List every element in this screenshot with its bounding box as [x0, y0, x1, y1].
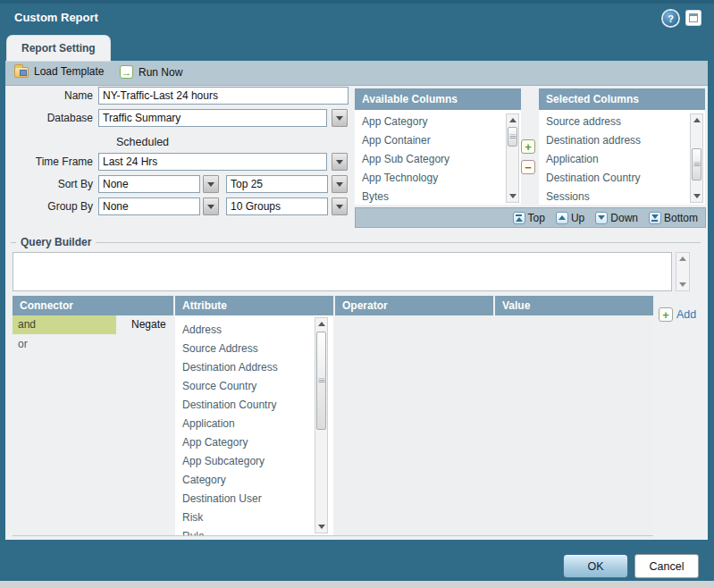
name-input[interactable]	[98, 87, 349, 105]
value-cell[interactable]	[495, 315, 653, 535]
sort-by-label: Sort By	[5, 175, 93, 193]
available-column-item[interactable]: App Technology	[355, 169, 521, 188]
window-glyph	[689, 13, 698, 22]
ok-button[interactable]: OK	[563, 554, 628, 578]
cancel-button[interactable]: Cancel	[634, 554, 699, 578]
selected-column-item[interactable]: Sessions	[539, 188, 705, 206]
move-up-button[interactable]: Up	[556, 212, 584, 224]
database-label: Database	[5, 109, 93, 127]
scroll-up-icon[interactable]	[676, 253, 689, 265]
toolbar: Load Template → Run Now	[5, 61, 708, 86]
group-by-limit-select[interactable]	[226, 197, 328, 215]
move-top-label: Top	[528, 212, 545, 224]
attribute-item[interactable]: Category	[175, 471, 312, 490]
attribute-item[interactable]: Destination Address	[175, 358, 312, 377]
attribute-item[interactable]: Source Country	[175, 377, 312, 396]
run-now-label: Run Now	[139, 66, 182, 79]
scroll-up-icon[interactable]	[507, 114, 518, 126]
page-background-strip	[0, 581, 714, 588]
selected-column-item[interactable]: Destination Country	[539, 169, 705, 188]
run-arrow-icon: →	[120, 65, 133, 79]
load-template-button[interactable]: Load Template	[14, 65, 105, 78]
attribute-item[interactable]: App Category	[175, 433, 312, 452]
connector-column-header: Connector	[13, 296, 173, 315]
attribute-scrollbar[interactable]	[315, 317, 328, 533]
group-by-label: Group By	[5, 197, 93, 215]
move-down-icon	[595, 212, 608, 224]
group-by-select[interactable]	[98, 197, 200, 215]
scrollbar-thumb[interactable]	[508, 127, 517, 147]
name-label: Name	[5, 87, 93, 105]
move-bottom-button[interactable]: Bottom	[649, 212, 698, 224]
available-columns-scrollbar[interactable]	[506, 113, 519, 203]
load-template-label: Load Template	[34, 65, 105, 78]
time-frame-select[interactable]	[98, 153, 327, 171]
selected-columns-scrollbar[interactable]	[690, 113, 703, 203]
sort-by-limit-select[interactable]	[226, 175, 328, 193]
plus-icon: +	[659, 307, 673, 322]
move-down-button[interactable]: Down	[595, 212, 638, 224]
query-scrollbar[interactable]	[676, 252, 690, 291]
scroll-up-icon[interactable]	[315, 318, 327, 330]
window-icon[interactable]	[686, 11, 701, 25]
scrollbar-thumb[interactable]	[316, 332, 326, 430]
move-bottom-icon	[649, 212, 661, 224]
attribute-item[interactable]: Rule	[175, 527, 312, 535]
attribute-item[interactable]: App Subcategory	[175, 452, 312, 471]
remove-column-button[interactable]: −	[521, 160, 535, 174]
add-condition-button[interactable]: + Add	[659, 307, 696, 322]
selected-column-item[interactable]: Destination address	[539, 131, 705, 150]
sort-by-select[interactable]	[98, 175, 200, 193]
scroll-down-icon[interactable]	[507, 190, 518, 202]
scroll-up-icon[interactable]	[691, 114, 702, 126]
operator-cell[interactable]	[335, 315, 493, 535]
time-frame-dropdown-arrow-icon[interactable]	[332, 153, 348, 171]
selected-columns-panel: Selected Columns Source addressDestinati…	[539, 88, 705, 205]
selected-columns-header: Selected Columns	[539, 88, 705, 110]
attribute-item[interactable]: Source Address	[175, 340, 312, 358]
scroll-down-icon[interactable]	[676, 279, 689, 290]
attribute-item[interactable]: Risk	[175, 508, 312, 527]
available-column-item[interactable]: App Sub Category	[355, 150, 521, 169]
available-column-item[interactable]: Bytes	[355, 188, 521, 206]
connector-option-or[interactable]: or	[13, 335, 116, 354]
sort-by-dropdown-arrow-icon[interactable]	[203, 175, 219, 193]
add-label: Add	[676, 308, 696, 321]
scroll-down-icon[interactable]	[691, 190, 702, 202]
connector-cell: and or Negate	[13, 315, 173, 535]
run-now-button[interactable]: → Run Now	[120, 65, 182, 79]
group-by-dropdown-arrow-icon[interactable]	[203, 197, 219, 215]
selected-column-item[interactable]: Source address	[539, 113, 705, 131]
query-builder-legend: Query Builder	[16, 236, 96, 248]
available-columns-panel: Available Columns App CategoryApp Contai…	[355, 88, 521, 205]
attribute-column-header: Attribute	[175, 296, 333, 315]
scrollbar-thumb[interactable]	[692, 148, 701, 181]
available-column-item[interactable]: App Category	[355, 113, 521, 131]
database-select[interactable]	[98, 109, 327, 127]
connector-option-and[interactable]: and	[13, 315, 116, 334]
query-input[interactable]	[13, 252, 672, 291]
available-column-item[interactable]: App Container	[355, 131, 521, 150]
move-bottom-label: Bottom	[664, 212, 698, 224]
database-dropdown-arrow-icon[interactable]	[332, 109, 348, 127]
attribute-cell: AddressSource AddressDestination Address…	[175, 315, 333, 535]
available-columns-header: Available Columns	[355, 88, 521, 110]
attribute-item[interactable]: Destination User	[175, 490, 312, 508]
move-up-icon	[556, 212, 568, 224]
time-frame-label: Time Frame	[5, 153, 93, 171]
sort-by-limit-dropdown-arrow-icon[interactable]	[332, 175, 348, 193]
scroll-down-icon[interactable]	[315, 521, 327, 533]
negate-label[interactable]: Negate	[131, 315, 166, 334]
attribute-item[interactable]: Application	[175, 415, 312, 433]
move-up-label: Up	[571, 212, 584, 224]
attribute-item[interactable]: Address	[175, 321, 312, 340]
help-icon[interactable]: ?	[663, 11, 678, 26]
tab-report-setting[interactable]: Report Setting	[7, 36, 110, 61]
available-columns-list: App CategoryApp ContainerApp Sub Categor…	[355, 110, 521, 205]
page-title: Custom Report	[14, 11, 98, 24]
add-column-button[interactable]: +	[521, 139, 535, 154]
move-top-button[interactable]: Top	[513, 212, 545, 224]
selected-column-item[interactable]: Application	[539, 150, 705, 169]
group-by-limit-dropdown-arrow-icon[interactable]	[332, 197, 348, 215]
attribute-item[interactable]: Destination Country	[175, 396, 312, 415]
